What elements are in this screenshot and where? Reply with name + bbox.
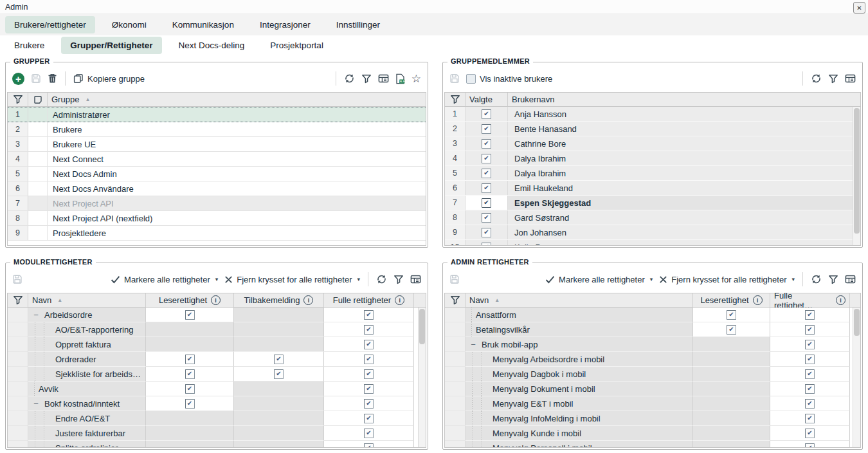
table-row[interactable]: 1Administratører xyxy=(8,107,426,122)
checkbox-checked-icon[interactable]: ✔ xyxy=(482,139,491,149)
table-row[interactable]: 4✔Dalya Ibrahim xyxy=(445,151,853,166)
tab-integrasjoner[interactable]: Integrasjoner xyxy=(251,16,320,33)
tab-brukere-rettigheter[interactable]: Brukere/rettigheter xyxy=(5,16,95,33)
tab-brukere[interactable]: Brukere xyxy=(5,37,53,54)
table-row[interactable]: Ordrerader✔✔✔ xyxy=(8,352,426,367)
refresh-icon[interactable] xyxy=(376,274,387,284)
right-checkbox-cell[interactable]: ✔ xyxy=(770,426,850,441)
checkbox-checked-icon[interactable]: ✔ xyxy=(805,310,815,320)
checkbox-checked-icon[interactable]: ✔ xyxy=(482,183,491,193)
member-selected-checkbox[interactable]: ✔ xyxy=(466,210,508,225)
checkbox-checked-icon[interactable]: ✔ xyxy=(727,325,736,335)
table-row[interactable]: Splitte ordrelinjer✔ xyxy=(8,441,426,447)
column-chooser-icon[interactable] xyxy=(845,73,856,84)
checkbox-checked-icon[interactable]: ✔ xyxy=(185,399,195,409)
checkbox-checked-icon[interactable]: ✔ xyxy=(482,124,491,134)
table-row[interactable]: −Arbeidsordre✔✔ xyxy=(8,308,426,322)
table-row[interactable]: Justere fakturerbar✔ xyxy=(8,426,426,441)
table-row[interactable]: Menyvalg Kunde i mobil✔ xyxy=(445,426,860,441)
column-header-fulle-rettigheter[interactable]: Fulle rettigheteri xyxy=(324,293,414,307)
column-header-navn[interactable]: Navn▲ xyxy=(466,293,693,307)
collapse-icon[interactable]: − xyxy=(32,399,40,409)
column-chooser-icon[interactable] xyxy=(845,274,856,284)
right-checkbox-cell[interactable]: ✔ xyxy=(770,352,850,367)
save-icon[interactable] xyxy=(31,73,41,84)
vertical-scrollbar[interactable] xyxy=(853,107,860,245)
tab--konomi[interactable]: Økonomi xyxy=(103,16,156,33)
table-row[interactable]: 6✔Emil Haukeland xyxy=(445,181,853,196)
favorite-icon[interactable]: ☆ xyxy=(411,73,421,84)
save-icon[interactable] xyxy=(12,274,23,284)
window-titlebar[interactable]: Admin ✕ xyxy=(0,0,868,14)
checkbox-checked-icon[interactable]: ✔ xyxy=(482,198,491,208)
checkbox-checked-icon[interactable]: ✔ xyxy=(805,414,815,423)
right-checkbox-cell[interactable]: ✔ xyxy=(324,411,414,426)
info-icon[interactable]: i xyxy=(836,295,845,305)
right-checkbox-cell[interactable]: ✔ xyxy=(770,308,850,322)
member-selected-checkbox[interactable]: ✔ xyxy=(466,151,508,165)
refresh-icon[interactable] xyxy=(811,73,822,84)
scrollbar-thumb[interactable] xyxy=(854,108,860,234)
checkbox-checked-icon[interactable]: ✔ xyxy=(364,369,374,379)
checkbox-checked-icon[interactable]: ✔ xyxy=(364,414,374,423)
filter-icon[interactable] xyxy=(828,275,838,284)
right-checkbox-cell[interactable]: ✔ xyxy=(324,396,414,411)
info-icon[interactable]: i xyxy=(211,295,221,305)
checkbox-checked-icon[interactable]: ✔ xyxy=(364,429,374,438)
info-icon[interactable]: i xyxy=(395,295,404,305)
checkbox-checked-icon[interactable]: ✔ xyxy=(274,369,284,379)
table-row[interactable]: 4Next Connect xyxy=(8,152,426,167)
checkbox-checked-icon[interactable]: ✔ xyxy=(364,325,374,335)
column-header-tilbakemelding[interactable]: Tilbakemeldingi xyxy=(234,293,324,307)
refresh-icon[interactable] xyxy=(811,274,822,284)
filter-icon[interactable] xyxy=(361,74,372,84)
right-checkbox-cell[interactable]: ✔ xyxy=(324,308,414,322)
checkbox-checked-icon[interactable]: ✔ xyxy=(482,228,491,237)
filter-header-cell[interactable] xyxy=(8,293,28,307)
table-row[interactable]: Avvik✔✔ xyxy=(8,382,426,396)
table-row[interactable]: 6Next Docs Användare xyxy=(8,181,426,196)
table-row[interactable]: Menyvalg Personell i mobil✔ xyxy=(445,441,860,447)
table-row[interactable]: Endre AO/E&T✔ xyxy=(8,411,426,426)
right-checkbox-cell[interactable]: ✔ xyxy=(770,367,850,382)
table-row[interactable]: Menyvalg InfoMelding i mobil✔ xyxy=(445,411,860,426)
table-row[interactable]: Betalingsvilkår✔✔ xyxy=(445,322,860,337)
member-selected-checkbox[interactable]: ✔ xyxy=(466,136,508,151)
tab-kommunikasjon[interactable]: Kommunikasjon xyxy=(163,16,243,33)
tab-next-docs-deling[interactable]: Next Docs-deling xyxy=(170,37,254,54)
right-checkbox-cell[interactable]: ✔ xyxy=(234,367,324,382)
checkbox-checked-icon[interactable]: ✔ xyxy=(364,384,374,394)
checkbox-checked-icon[interactable]: ✔ xyxy=(482,243,491,246)
checkbox-checked-icon[interactable]: ✔ xyxy=(364,340,374,349)
right-checkbox-cell[interactable]: ✔ xyxy=(146,367,234,382)
table-row[interactable]: Menyvalg Arbeidsordre i mobil✔ xyxy=(445,352,860,367)
right-checkbox-cell[interactable]: ✔ xyxy=(324,322,414,337)
right-checkbox-cell[interactable]: ✔ xyxy=(770,322,850,337)
checkbox-checked-icon[interactable]: ✔ xyxy=(805,384,815,394)
info-icon[interactable]: i xyxy=(753,295,763,305)
refresh-icon[interactable] xyxy=(344,73,355,84)
checkbox-checked-icon[interactable]: ✔ xyxy=(805,325,815,335)
table-row[interactable]: Ansattform✔✔ xyxy=(445,308,860,322)
column-header-navn[interactable]: Navn▲ xyxy=(28,293,146,307)
column-header-brukernavn[interactable]: Brukernavn xyxy=(508,93,860,106)
column-header-valgte[interactable]: Valgte xyxy=(466,93,508,106)
note-header-cell[interactable] xyxy=(28,93,48,106)
info-icon[interactable]: i xyxy=(303,295,313,305)
checkbox-checked-icon[interactable]: ✔ xyxy=(805,355,815,364)
column-header-leserettighet[interactable]: Leserettigheti xyxy=(146,293,234,307)
right-checkbox-cell[interactable]: ✔ xyxy=(770,337,850,352)
checkbox-checked-icon[interactable]: ✔ xyxy=(364,310,374,320)
right-checkbox-cell[interactable]: ✔ xyxy=(770,411,850,426)
right-checkbox-cell[interactable]: ✔ xyxy=(324,426,414,441)
right-checkbox-cell[interactable]: ✔ xyxy=(324,441,414,447)
table-row[interactable]: 3✔Cathrine Bore xyxy=(445,136,853,151)
checkbox-checked-icon[interactable]: ✔ xyxy=(805,340,815,349)
filter-icon[interactable] xyxy=(828,74,838,84)
checkbox-checked-icon[interactable]: ✔ xyxy=(805,443,815,448)
member-selected-checkbox[interactable]: ✔ xyxy=(466,107,508,121)
member-selected-checkbox[interactable]: ✔ xyxy=(466,166,508,180)
right-checkbox-cell[interactable]: ✔ xyxy=(770,396,850,411)
table-row[interactable]: Menyvalg Dagbok i mobil✔ xyxy=(445,367,860,382)
checkbox-checked-icon[interactable]: ✔ xyxy=(482,109,491,119)
